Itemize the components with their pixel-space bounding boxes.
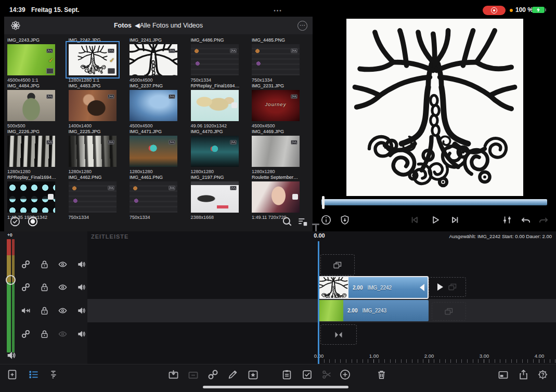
audio-gain-knob[interactable] <box>6 275 16 285</box>
photo-thumbnail[interactable]: ✓ <box>69 44 117 75</box>
library-title[interactable]: Fotos◀Alle Fotos und Videos <box>4 21 313 29</box>
pane-divider-grip[interactable] <box>315 225 317 231</box>
library-more-button[interactable]: ⋯ <box>298 21 307 31</box>
filter-selected-button[interactable] <box>27 216 38 227</box>
photo-grid-item[interactable]: IMG_4486.PNG ✓ 750x1334 <box>191 37 249 83</box>
effects-button[interactable] <box>247 369 259 381</box>
photo-thumbnail[interactable]: Journey ✓ <box>252 90 300 121</box>
preview-viewer[interactable] <box>346 19 523 196</box>
photo-grid-item[interactable]: RPReplay_Final1694… ✓ 49.06 1920x1342 <box>191 83 249 129</box>
photo-thumbnail[interactable]: ✓ <box>191 44 239 75</box>
skip-to-end-button[interactable] <box>449 214 461 226</box>
speaker-icon[interactable] <box>76 329 86 339</box>
photo-grid-item[interactable]: IMG_2241.JPG ✓ 4500x4500 <box>130 37 188 83</box>
photo-thumbnail[interactable]: ✓ <box>191 181 239 213</box>
link-icon[interactable] <box>21 282 31 292</box>
photo-thumbnail[interactable]: ✓ <box>69 181 117 213</box>
play-button[interactable] <box>430 214 441 226</box>
add-button[interactable] <box>339 369 351 381</box>
lock-icon[interactable] <box>40 306 49 316</box>
delete-button[interactable] <box>376 369 387 381</box>
photo-thumbnail[interactable]: ✓ <box>130 44 177 75</box>
clip-info-button[interactable] <box>320 214 332 226</box>
home-indicator[interactable] <box>203 386 348 388</box>
source-list-button[interactable] <box>49 369 61 381</box>
photo-thumbnail[interactable]: ✓ <box>252 181 300 213</box>
photo-grid-item[interactable]: IMG_4471.JPG ✓ 1280x1280 <box>130 129 188 175</box>
eye-icon[interactable] <box>58 282 68 292</box>
timeline-playhead[interactable] <box>318 241 319 364</box>
export-share-button[interactable] <box>518 369 529 381</box>
audio-detach-icon[interactable] <box>21 306 31 316</box>
library-view-button[interactable] <box>28 369 40 381</box>
clipboard-button[interactable] <box>281 369 293 381</box>
undo-button[interactable] <box>520 214 532 226</box>
speaker-icon[interactable] <box>76 306 86 316</box>
trim-handle-icon[interactable] <box>420 284 424 291</box>
ruler-tick-label: 1.00 <box>369 353 379 359</box>
photo-grid-item[interactable]: IMG_2242.JPG ✓ 1280x1280 1:1 <box>69 37 127 83</box>
speaker-icon[interactable] <box>76 282 86 292</box>
link-icon[interactable] <box>21 259 31 269</box>
help-settings-button[interactable] <box>537 369 549 381</box>
photo-thumbnail[interactable]: ✓ <box>69 136 117 167</box>
photo-thumbnail[interactable]: ✓ <box>69 90 117 121</box>
screen-recording-indicator[interactable] <box>483 6 506 15</box>
photo-thumbnail[interactable]: ✓ <box>7 90 55 121</box>
preview-scrubber[interactable] <box>321 199 547 205</box>
multitask-handle[interactable]: ••• <box>274 8 282 14</box>
select-mode-button[interactable] <box>9 216 21 227</box>
photo-grid-item[interactable]: IMG_4469.JPG ✓ 1280x1280 <box>252 129 310 175</box>
replace-button[interactable] <box>187 369 199 381</box>
photo-grid-item[interactable]: IMG_4483.JPG ✓ 1400x1400 <box>69 83 127 129</box>
marker-shield-button[interactable] <box>339 214 351 226</box>
skip-to-start-button[interactable] <box>409 214 420 226</box>
photo-thumbnail[interactable]: ✓ <box>130 90 177 121</box>
photo-thumbnail[interactable]: ✓ <box>7 136 55 167</box>
timeline-clip-img2242[interactable]: 2.00IMG_2242 <box>318 276 429 299</box>
redo-button[interactable] <box>538 214 549 226</box>
photo-grid-item[interactable]: IMG_2225.JPG ✓ 1280x1280 <box>69 129 127 175</box>
photo-grid-item[interactable]: IMG_4485.PNG ✓ 750x1334 <box>252 37 310 83</box>
speaker-icon[interactable] <box>76 259 86 269</box>
link-icon[interactable] <box>21 329 31 339</box>
photo-grid-item[interactable]: IMG_2237.PNG ✓ 4500x4500 <box>130 83 188 129</box>
photo-thumbnail[interactable]: ✓ <box>252 136 300 167</box>
photo-thumbnail[interactable]: ✓ <box>130 136 177 167</box>
audio-mixer-button[interactable] <box>501 214 513 226</box>
timeline-clip-img2243[interactable]: 2.00IMG_2243 <box>318 300 429 321</box>
photo-thumbnail[interactable]: ✓ <box>7 44 55 75</box>
photo-thumbnail[interactable]: ✓ <box>7 181 55 213</box>
multi-select-button[interactable] <box>301 369 313 381</box>
split-clip-button[interactable] <box>321 369 333 381</box>
lock-icon[interactable] <box>40 329 49 339</box>
lock-icon[interactable] <box>40 282 49 292</box>
eye-icon[interactable] <box>58 329 68 339</box>
photo-thumbnail[interactable]: ✓ <box>130 181 177 213</box>
photo-grid-item[interactable]: IMG_4470.JPG ✓ 1280x1280 <box>191 129 249 175</box>
search-icon[interactable] <box>281 216 293 227</box>
eye-icon[interactable] <box>58 306 68 316</box>
overlay1-clip-placeholder[interactable] <box>429 277 466 297</box>
photo-thumbnail[interactable]: ✓ <box>191 136 239 167</box>
sort-icon[interactable] <box>297 216 308 227</box>
eye-icon[interactable] <box>58 259 68 269</box>
photo-thumbnail[interactable]: ✓ <box>191 90 239 121</box>
master-volume-icon[interactable] <box>6 350 17 361</box>
photo-grid-item[interactable]: IMG_2226.JPG ✓ 1280x1280 <box>7 129 66 175</box>
photo-thumbnail[interactable]: ✓ <box>252 44 300 75</box>
main-track-clip-placeholder[interactable] <box>432 302 466 321</box>
photo-grid-item[interactable]: IMG_4484.JPG ✓ 500x500 <box>7 83 66 129</box>
timeline-ruler[interactable] <box>318 359 556 363</box>
lock-icon[interactable] <box>40 259 49 269</box>
scrubber-playhead[interactable] <box>322 196 325 209</box>
import-media-button[interactable] <box>6 369 18 381</box>
edit-clip-button[interactable] <box>227 369 239 381</box>
photo-grid-item[interactable]: IMG_2231.JPG Journey ✓ 4500x4500 <box>252 83 310 129</box>
layout-button[interactable] <box>497 369 509 381</box>
overlay2-clip-placeholder[interactable] <box>320 254 355 276</box>
link-clips-button[interactable] <box>207 369 219 381</box>
photo-grid-item[interactable]: IMG_2243.JPG ✓ 4500x4500 1:1 <box>7 37 66 83</box>
insert-overwrite-button[interactable] <box>167 369 179 381</box>
audio-clip-placeholder[interactable] <box>320 324 357 345</box>
